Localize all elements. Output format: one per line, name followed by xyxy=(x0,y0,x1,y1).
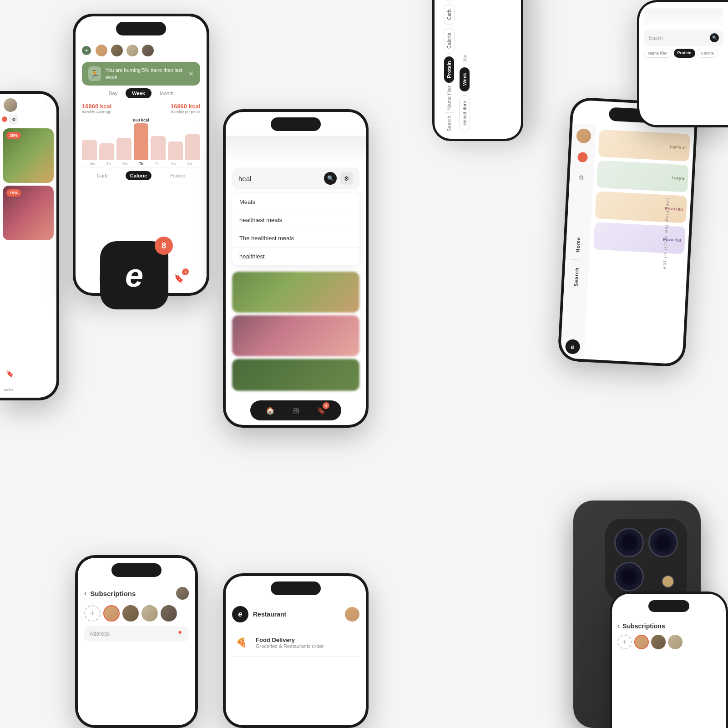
chip-carb[interactable]: Carb xyxy=(444,4,455,25)
tab-week[interactable]: Week xyxy=(126,88,152,98)
br-phone-notch xyxy=(648,600,689,612)
br-av-2 xyxy=(651,635,666,649)
nav-search-icon[interactable]: ⚙ xyxy=(575,171,588,184)
tab-day[interactable]: Day xyxy=(102,88,124,98)
app-icon-letter: e xyxy=(125,257,143,294)
br-subs-phone: ‹ Subscriptions + xyxy=(610,592,728,728)
nav-search-label[interactable]: Search xyxy=(573,267,580,287)
bar-label-th: Th xyxy=(134,162,148,166)
burn-close-btn[interactable]: ✕ xyxy=(188,70,194,77)
subs-av-3[interactable] xyxy=(142,605,158,622)
suggestion-healthiest-meals[interactable]: healthiest meals xyxy=(232,211,359,229)
rest-item-sub: Groceries & Restaurants order xyxy=(256,643,359,649)
subs-av-4[interactable] xyxy=(161,605,177,622)
chart-peak-label: 860 kcal xyxy=(82,118,200,122)
rest-item-logo: 🍕 xyxy=(232,633,250,652)
discount-badge-2: 15% xyxy=(6,189,21,197)
address-field[interactable]: Address 📍 xyxy=(84,626,189,642)
search-input[interactable]: heal xyxy=(238,175,320,182)
br-back-btn[interactable]: ‹ xyxy=(617,622,620,630)
filter-carb[interactable]: Carb xyxy=(92,171,112,180)
app-icon-container[interactable]: e 8 xyxy=(100,241,168,309)
brand-carlsjr[interactable]: Carl's Jr xyxy=(598,129,691,161)
search-bottom-nav: 🏠 ⊞ 🔖 5 xyxy=(250,400,341,420)
food-card-salad[interactable]: 25% xyxy=(3,128,54,183)
suggestion-healthiest[interactable]: healthiest xyxy=(232,248,359,265)
tr-chips: Name filter Protein Calorie xyxy=(644,49,723,58)
tr-chip-namefilter[interactable]: Name filter xyxy=(644,49,672,58)
burn-icon: 🏃 xyxy=(88,66,101,81)
subs-av-2[interactable] xyxy=(122,605,139,622)
chip-filter[interactable]: Filter xyxy=(444,0,455,1)
nav-home-label[interactable]: Home xyxy=(575,237,581,253)
subs-header: ‹ Subscriptions xyxy=(84,587,189,600)
bookmark-icon[interactable]: 🔖 xyxy=(4,368,15,379)
rest-logo: e xyxy=(232,606,248,622)
filter-name-label: Name filter xyxy=(446,86,452,110)
subs-content: ‹ Subscriptions + Address 📍 xyxy=(78,581,195,647)
chip-protein[interactable]: Protein xyxy=(444,56,454,83)
location-icon: 📍 xyxy=(177,631,183,637)
burn-text: You are burning 5% more than last week xyxy=(106,67,184,81)
subs-user-avatar xyxy=(176,587,189,600)
blurred-top xyxy=(226,136,366,163)
chip-calorie[interactable]: Calorie xyxy=(444,28,455,54)
tr-search-icon[interactable]: 🔍 xyxy=(710,33,719,42)
add-avatar-btn[interactable]: + xyxy=(82,46,91,55)
food-results xyxy=(232,272,359,391)
sbn-bookmark[interactable]: 🔖 5 xyxy=(314,404,328,417)
discount-badge-1: 25% xyxy=(6,132,21,139)
tr-blurred xyxy=(644,9,723,27)
day-tab-right[interactable]: Day xyxy=(462,55,467,64)
rest-food-delivery[interactable]: 🍕 Food Delivery Groceries & Restaurants … xyxy=(232,629,359,657)
filter-btn[interactable]: ⚙ xyxy=(340,172,353,185)
bar-label-mo: Mo xyxy=(86,162,100,166)
weekly-avg-stat: 16860 kcal Weekly Average xyxy=(82,103,111,114)
search-submit-btn[interactable]: 🔍 xyxy=(324,172,337,185)
sbn-grid[interactable]: ⊞ xyxy=(289,404,303,417)
topright-phone: Search 🔍 Name filter Protein Calorie xyxy=(637,0,728,127)
suggestion-the-healthiest[interactable]: The healthiest meals xyxy=(232,229,359,248)
food-result-salad[interactable] xyxy=(232,272,359,313)
tr-chip-calorie[interactable]: Calorie xyxy=(697,49,718,58)
search-bar-container[interactable]: heal 🔍 ⚙ xyxy=(232,167,359,189)
app-logo-small: e xyxy=(565,339,581,354)
brands-list: Carl's Jr Lucy's Pizza Hut Pizza Hut xyxy=(584,125,694,364)
camera-flash xyxy=(662,575,674,588)
subs-phone-notch xyxy=(111,563,162,577)
br-add-btn[interactable]: + xyxy=(617,635,632,649)
week-tab-right[interactable]: Week xyxy=(460,67,470,91)
brand-lucys[interactable]: Lucy's xyxy=(597,160,689,192)
suggestion-meals[interactable]: Meals xyxy=(232,193,359,211)
filter-calorie[interactable]: Calorie xyxy=(126,171,152,180)
bar-label-sa: Sa xyxy=(167,162,181,166)
nav-bookmark[interactable]: 🔖 1 xyxy=(171,270,187,287)
avatar-4 xyxy=(141,44,155,57)
filter-protein[interactable]: Protein xyxy=(165,171,190,180)
subs-title: Subscriptions xyxy=(90,590,136,597)
tab-month[interactable]: Month xyxy=(153,88,180,98)
home-phone: ⚙ Home Search e Carl's Jr Lucy's Pizza H… xyxy=(557,97,698,367)
rest-item-name: Food Delivery xyxy=(256,637,359,643)
brand-pizzahut2[interactable]: Pizza Hut xyxy=(593,222,686,254)
subs-av-1[interactable] xyxy=(103,605,120,622)
avatar-2 xyxy=(110,44,124,57)
subs-add-btn[interactable]: + xyxy=(84,605,101,622)
left-phone: ⚙ 25% 15% 🔖 order xyxy=(0,91,59,400)
bar-label-tu: Tu xyxy=(102,162,116,166)
food-result-figs[interactable] xyxy=(232,315,359,356)
suggestions-dropdown: Meals healthiest meals The healthiest me… xyxy=(232,193,359,265)
sbn-home[interactable]: 🏠 xyxy=(263,404,277,417)
address-placeholder: Address xyxy=(90,631,110,637)
bar-chart xyxy=(82,123,200,160)
select-item-btn[interactable]: Select item xyxy=(459,95,470,131)
brand-pizzahut[interactable]: Pizza Hut xyxy=(595,191,687,223)
food-card-figs[interactable]: 15% xyxy=(3,186,54,240)
tr-chip-protein[interactable]: Protein xyxy=(674,49,695,58)
subs-back-btn[interactable]: ‹ xyxy=(84,589,86,597)
avatar-1 xyxy=(95,44,108,57)
avatar-3 xyxy=(126,44,139,57)
bar-label-we: We xyxy=(118,162,132,166)
food-result-greens[interactable] xyxy=(232,359,359,391)
restaurant-header: e Restaurant xyxy=(232,606,359,622)
